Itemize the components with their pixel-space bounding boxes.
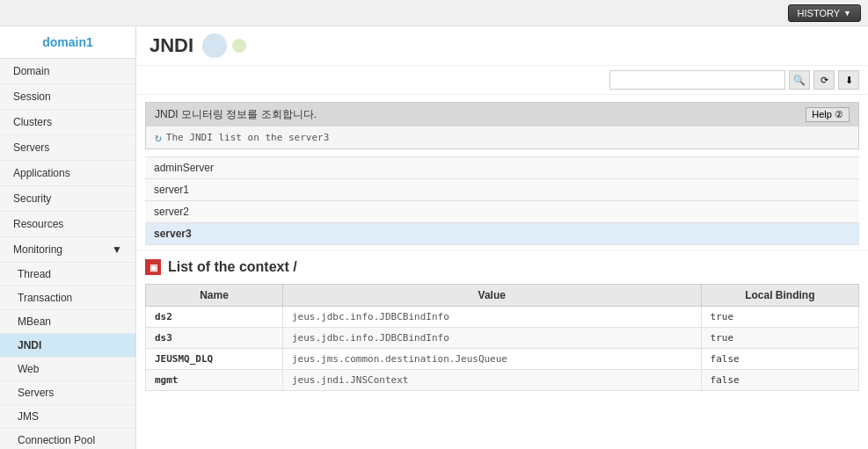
search-bar: 🔍 ⟳ ⬇ [136, 66, 868, 95]
cell-value: jeus.jndi.JNSContext [282, 370, 701, 391]
cell-value: jeus.jdbc.info.JDBCBindInfo [282, 328, 701, 349]
sidebar-sub-item-web[interactable]: Web [0, 358, 135, 381]
server-item-server1[interactable]: server1 [145, 179, 859, 201]
cell-name: ds2 [146, 307, 283, 328]
search-button[interactable]: 🔍 [789, 70, 810, 90]
sidebar-item-monitoring[interactable]: Monitoring ▼ [0, 237, 135, 263]
cell-local-binding: false [701, 349, 858, 370]
table-row: mgmtjeus.jndi.JNSContextfalse [146, 370, 859, 391]
page-title: JNDI [150, 34, 193, 57]
cell-local-binding: true [701, 328, 858, 349]
context-title: List of the context / [168, 259, 297, 275]
header-decoration [202, 33, 246, 58]
server-item-server2[interactable]: server2 [145, 201, 859, 223]
cell-local-binding: false [701, 370, 858, 391]
context-header: ▣ List of the context / [136, 250, 868, 279]
sidebar-item-session[interactable]: Session [0, 84, 135, 110]
help-button[interactable]: Help ② [806, 107, 850, 122]
sidebar-sub-item-transaction[interactable]: Transaction [0, 286, 135, 310]
monitoring-arrow-icon: ▼ [112, 243, 122, 256]
col-header-value: Value [282, 285, 701, 307]
info-box-title: JNDI 모니터링 정보를 조회합니다. [155, 107, 317, 122]
sidebar-sub-item-thread[interactable]: Thread [0, 263, 135, 286]
cell-local-binding: true [701, 307, 858, 328]
sidebar-sub-item-mbean[interactable]: MBean [0, 310, 135, 334]
col-header-local-binding: Local Binding [701, 285, 858, 307]
context-icon: ▣ [145, 259, 161, 275]
sidebar-item-servers[interactable]: Servers [0, 135, 135, 161]
sidebar-sub-item-servers[interactable]: Servers [0, 381, 135, 405]
cell-value: jeus.jdbc.info.JDBCBindInfo [282, 307, 701, 328]
circle-small [232, 39, 246, 53]
jndi-table: Name Value Local Binding ds2jeus.jdbc.in… [145, 284, 859, 391]
sidebar-item-domain[interactable]: Domain [0, 59, 135, 84]
table-row: JEUSMQ_DLQjeus.jms.common.destination.Je… [146, 349, 859, 370]
sidebar-sub-item-jms[interactable]: JMS [0, 405, 135, 429]
col-header-name: Name [146, 285, 283, 307]
server-item-admin[interactable]: adminServer [145, 156, 859, 179]
table-row: ds2jeus.jdbc.info.JDBCBindInfotrue [146, 307, 859, 328]
info-box-message: The JNDI list on the server3 [166, 132, 329, 143]
domain-label[interactable]: domain1 [0, 26, 135, 59]
sidebar-item-resources[interactable]: Resources [0, 212, 135, 237]
info-box: JNDI 모니터링 정보를 조회합니다. Help ② ↻ The JNDI l… [145, 102, 859, 149]
info-box-header: JNDI 모니터링 정보를 조회합니다. Help ② [146, 103, 858, 127]
history-arrow-icon: ▼ [843, 9, 851, 18]
main-layout: domain1 Domain Session Clusters Servers … [0, 26, 868, 449]
history-button[interactable]: HISTORY ▼ [788, 4, 861, 22]
circle-large [202, 33, 227, 58]
server-item-server3[interactable]: server3 [145, 223, 859, 245]
cell-name: mgmt [146, 370, 283, 391]
cell-name: ds3 [146, 328, 283, 349]
sidebar-sub-item-connection-pool[interactable]: Connection Pool [0, 429, 135, 449]
info-refresh-icon: ↻ [155, 131, 162, 144]
search-input[interactable] [609, 70, 785, 90]
history-label: HISTORY [798, 8, 841, 18]
cell-name: JEUSMQ_DLQ [146, 349, 283, 370]
table-row: ds3jeus.jdbc.info.JDBCBindInfotrue [146, 328, 859, 349]
sidebar-item-security[interactable]: Security [0, 186, 135, 212]
top-bar: HISTORY ▼ [0, 0, 868, 26]
export-button[interactable]: ⬇ [838, 70, 859, 90]
sidebar-item-applications[interactable]: Applications [0, 161, 135, 186]
server-list: adminServer server1 server2 server3 [145, 156, 859, 245]
sidebar-item-clusters[interactable]: Clusters [0, 110, 135, 135]
page-header: JNDI [136, 26, 868, 66]
main-content: JNDI 🔍 ⟳ ⬇ JNDI 모니터링 정보를 조회합니다. Help ② ↻… [136, 26, 868, 449]
info-box-content: ↻ The JNDI list on the server3 [146, 127, 858, 148]
cell-value: jeus.jms.common.destination.JeusQueue [282, 349, 701, 370]
sidebar: domain1 Domain Session Clusters Servers … [0, 26, 136, 449]
sidebar-sub-item-jndi[interactable]: JNDI [0, 334, 135, 358]
refresh-button[interactable]: ⟳ [813, 70, 835, 90]
